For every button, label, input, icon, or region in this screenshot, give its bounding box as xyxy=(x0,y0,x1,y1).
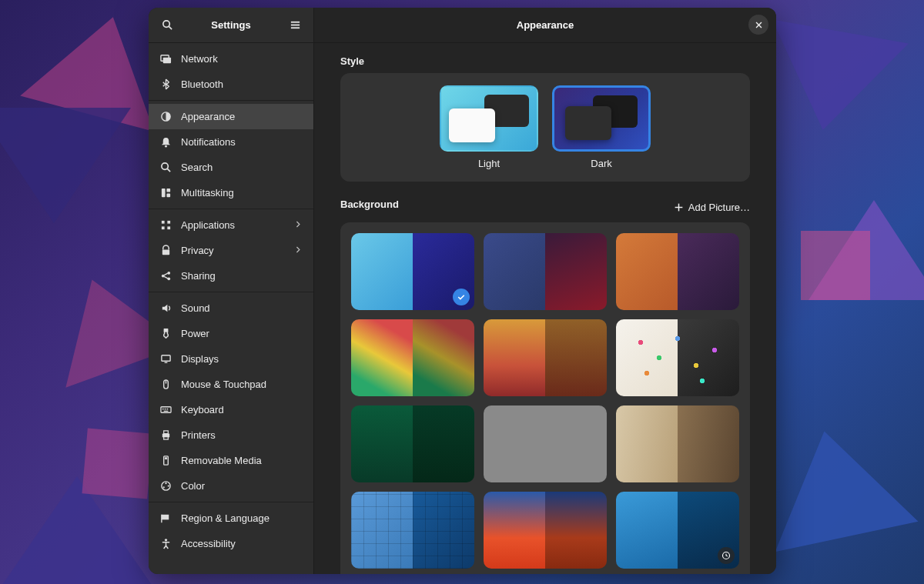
sidebar-item-accessibility[interactable]: Accessibility xyxy=(149,531,313,556)
sidebar-item-printers[interactable]: Printers xyxy=(149,422,313,448)
style-panel: LightDark xyxy=(340,73,750,182)
add-picture-label: Add Picture… xyxy=(688,202,750,213)
sidebar-item-multitasking[interactable]: Multitasking xyxy=(149,180,313,205)
background-thumb-7[interactable] xyxy=(351,405,474,482)
background-thumb-12[interactable] xyxy=(616,492,739,569)
sidebar-item-label: Applications xyxy=(181,219,285,231)
svg-rect-3 xyxy=(290,25,299,26)
style-option-label: Light xyxy=(478,158,500,169)
style-thumb-dark xyxy=(552,85,651,152)
sidebar-item-label: Color xyxy=(181,480,303,492)
sidebar-item-keyboard[interactable]: Keyboard xyxy=(149,397,313,422)
sidebar-item-power[interactable]: Power xyxy=(149,321,313,346)
sidebar-item-label: Bluetooth xyxy=(181,78,303,90)
network-icon xyxy=(159,53,172,65)
sidebar-item-label: Region & Language xyxy=(181,512,303,524)
background-thumb-11[interactable] xyxy=(484,492,607,569)
sidebar: Settings NetworkBluetoothAppearanceNotif… xyxy=(149,8,314,574)
content-body: Style LightDark Background Add Picture… xyxy=(314,43,776,574)
sidebar-item-network[interactable]: Network xyxy=(149,46,313,72)
svg-point-0 xyxy=(162,21,169,27)
style-heading: Style xyxy=(340,55,750,67)
sidebar-item-label: Appearance xyxy=(181,111,303,122)
region-icon xyxy=(159,512,172,525)
sidebar-item-region-language[interactable]: Region & Language xyxy=(149,506,313,531)
background-panel xyxy=(340,222,750,574)
media-icon xyxy=(159,455,172,467)
background-thumb-6[interactable] xyxy=(616,319,739,396)
sidebar-item-removable-media[interactable]: Removable Media xyxy=(149,448,313,473)
sidebar-item-sound[interactable]: Sound xyxy=(149,295,313,321)
svg-line-1 xyxy=(169,26,172,29)
sidebar-item-color[interactable]: Color xyxy=(149,473,313,499)
chevron-right-icon xyxy=(294,219,303,231)
close-button[interactable] xyxy=(748,15,768,35)
sidebar-item-label: Mouse & Touchpad xyxy=(181,379,303,390)
multitask-icon xyxy=(159,187,172,199)
style-thumb-light xyxy=(440,85,538,152)
color-icon xyxy=(159,480,172,492)
svg-rect-2 xyxy=(290,22,299,23)
background-thumb-4[interactable] xyxy=(351,319,474,396)
settings-window: Settings NetworkBluetoothAppearanceNotif… xyxy=(149,8,776,574)
sidebar-item-sharing[interactable]: Sharing xyxy=(149,263,313,289)
content-pane: Appearance Style LightDark Background Ad… xyxy=(314,8,776,574)
printers-icon xyxy=(159,429,172,442)
background-heading: Background xyxy=(340,199,399,210)
sidebar-item-label: Network xyxy=(181,53,303,65)
content-header: Appearance xyxy=(314,8,776,43)
apps-icon xyxy=(159,219,172,232)
sidebar-item-label: Printers xyxy=(181,429,303,441)
bluetooth-icon xyxy=(159,78,172,91)
sidebar-list: NetworkBluetoothAppearanceNotificationsS… xyxy=(149,43,313,574)
sidebar-item-bluetooth[interactable]: Bluetooth xyxy=(149,72,313,97)
sidebar-item-label: Multitasking xyxy=(181,187,303,199)
menu-button[interactable] xyxy=(284,15,306,36)
style-option-label: Dark xyxy=(591,158,611,169)
style-option-dark[interactable]: Dark xyxy=(552,85,651,169)
sidebar-item-search[interactable]: Search xyxy=(149,155,313,180)
privacy-icon xyxy=(159,245,172,257)
sidebar-item-privacy[interactable]: Privacy xyxy=(149,238,313,263)
sidebar-item-label: Search xyxy=(181,162,303,173)
background-thumb-1[interactable] xyxy=(351,233,474,310)
sound-icon xyxy=(159,302,172,315)
background-thumb-9[interactable] xyxy=(616,405,739,482)
sidebar-item-label: Power xyxy=(181,328,303,339)
sidebar-item-label: Notifications xyxy=(181,136,303,148)
plus-icon xyxy=(674,202,684,212)
background-thumb-2[interactable] xyxy=(484,233,607,310)
sidebar-item-applications[interactable]: Applications xyxy=(149,212,313,238)
keyboard-icon xyxy=(159,404,172,416)
appearance-icon xyxy=(159,111,172,123)
sidebar-title: Settings xyxy=(178,19,284,31)
background-thumb-5[interactable] xyxy=(484,319,607,396)
displays-icon xyxy=(159,353,172,365)
search-button[interactable] xyxy=(156,15,178,36)
sidebar-item-label: Displays xyxy=(181,353,303,365)
chevron-right-icon xyxy=(294,245,303,256)
sidebar-item-label: Removable Media xyxy=(181,455,303,466)
svg-rect-4 xyxy=(290,27,299,28)
sidebar-item-label: Sharing xyxy=(181,270,303,282)
background-thumb-3[interactable] xyxy=(616,233,739,310)
search-icon xyxy=(159,162,172,174)
sidebar-item-notifications[interactable]: Notifications xyxy=(149,129,313,155)
background-thumb-10[interactable] xyxy=(351,492,474,569)
power-icon xyxy=(159,328,172,340)
sidebar-item-mouse-touchpad[interactable]: Mouse & Touchpad xyxy=(149,372,313,397)
sidebar-item-label: Keyboard xyxy=(181,404,303,415)
share-icon xyxy=(159,270,172,282)
sidebar-header: Settings xyxy=(149,8,313,43)
bell-icon xyxy=(159,136,172,149)
sidebar-item-displays[interactable]: Displays xyxy=(149,346,313,372)
sidebar-item-label: Sound xyxy=(181,302,303,314)
sidebar-item-label: Privacy xyxy=(181,245,285,256)
style-option-light[interactable]: Light xyxy=(440,85,538,169)
sidebar-item-appearance[interactable]: Appearance xyxy=(149,104,313,129)
add-picture-button[interactable]: Add Picture… xyxy=(674,202,750,213)
background-thumb-8[interactable] xyxy=(484,405,607,482)
access-icon xyxy=(159,538,172,550)
content-title: Appearance xyxy=(517,19,574,31)
selected-badge xyxy=(453,289,470,305)
